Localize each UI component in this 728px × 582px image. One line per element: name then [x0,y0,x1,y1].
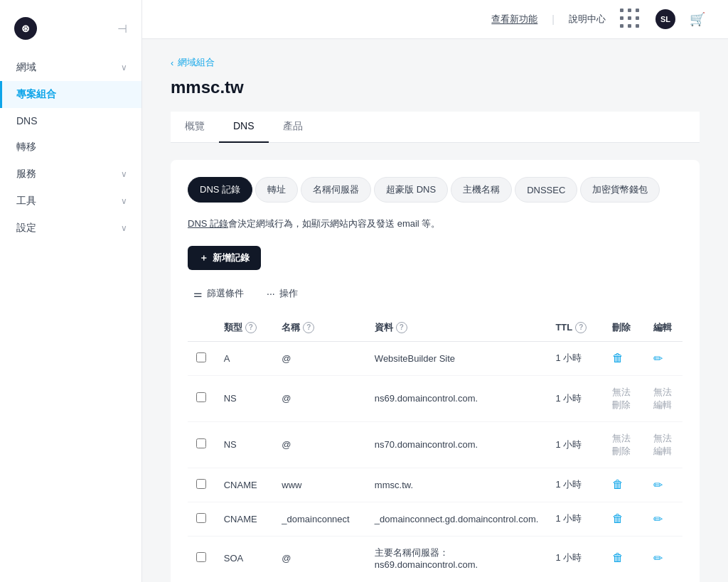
sidebar-item-label: DNS [16,115,38,126]
cell-delete: 無法刪除 [604,375,645,421]
table-row: SOA@主要名稱伺服器：ns69.domaincontrol.com.1 小時🗑… [188,536,682,580]
main-area: 查看新功能 | 說明中心 SL 🛒 ‹ 網域組合 mmsc.tw 概覽 DNS [142,0,728,582]
more-icon: ··· [267,288,275,299]
header: 查看新功能 | 說明中心 SL 🛒 [142,0,728,39]
cell-delete[interactable]: 🗑 [604,502,645,536]
subtab-crypto-wallet[interactable]: 加密貨幣錢包 [580,177,660,203]
row-checkbox[interactable] [196,479,206,489]
cell-data: ns69.domaincontrol.com. [366,375,547,421]
sidebar-item-label: 轉移 [16,141,36,153]
table-row: NS@ns70.domaincontrol.com.1 小時無法刪除無法編輯 [188,421,682,468]
sidebar-item-label: 工具 [16,195,36,208]
th-checkbox [188,314,215,342]
subtab-dnssec[interactable]: DNSSEC [515,177,577,203]
cart-icon[interactable]: 🛒 [690,11,705,27]
sidebar-item-transfer[interactable]: 轉移 [0,134,141,161]
no-edit-label: 無法編輯 [653,387,672,410]
cell-data: ns70.domaincontrol.com. [366,421,547,468]
row-checkbox[interactable] [196,513,206,523]
cell-type: CNAME [215,468,274,502]
tab-dns[interactable]: DNS [219,112,269,143]
subtab-nameservers[interactable]: 名稱伺服器 [301,177,371,203]
actions-button[interactable]: ··· 操作 [261,284,304,303]
cell-ttl: 1 小時 [547,536,604,580]
cell-name: @ [273,536,366,580]
new-features-link[interactable]: 查看新功能 [491,13,537,26]
sidebar-item-project[interactable]: 專案組合 [0,81,141,108]
cell-name: www [273,468,366,502]
sidebar-item-domain[interactable]: 網域 ∨ [0,54,141,81]
th-edit: 編輯 [645,314,682,342]
table-row: A@WebsiteBuilder Site1 小時🗑✏ [188,341,682,375]
delete-button[interactable]: 🗑 [612,551,623,564]
edit-button[interactable]: ✏ [653,352,663,365]
dns-panel: DNS 記錄 轉址 名稱伺服器 超豪版 DNS 主機名稱 DNSSEC 加密貨幣… [171,160,700,582]
sidebar-item-label: 網域 [16,61,36,74]
cell-edit[interactable]: ✏ [645,536,682,580]
subtab-redirect[interactable]: 轉址 [255,177,298,203]
add-record-button[interactable]: ＋ 新增記錄 [188,246,261,270]
dns-desc-text: DNS 記錄會決定網域行為，如顯示網站內容及發送 email 等。 [188,218,440,229]
subtab-dns-records[interactable]: DNS 記錄 [188,177,252,203]
row-checkbox[interactable] [196,352,206,362]
table-row: CNAMEwwwmmsc.tw.1 小時🗑✏ [188,468,682,502]
edit-button[interactable]: ✏ [653,478,663,492]
no-edit-label: 無法編輯 [653,433,672,456]
cell-ttl: 1 小時 [547,421,604,468]
tab-products[interactable]: 產品 [269,112,317,143]
sidebar-item-tools[interactable]: 工具 ∨ [0,188,141,215]
cell-delete[interactable]: 🗑 [604,341,645,375]
cell-type: SOA [215,536,274,580]
sidebar-item-services[interactable]: 服務 ∨ [0,161,141,188]
type-help-icon[interactable]: ? [245,322,257,333]
cell-edit: 無法編輯 [645,375,682,421]
cell-type: NS [215,421,274,468]
dns-records-link[interactable]: DNS 記錄 [188,218,228,229]
tab-overview[interactable]: 概覽 [171,112,219,143]
avatar[interactable]: SL [655,9,675,29]
row-checkbox[interactable] [196,552,206,562]
content-area: ‹ 網域組合 mmsc.tw 概覽 DNS 產品 DNS 記錄 轉址 名稱伺服器 [142,39,728,582]
cell-name: @ [273,421,366,468]
row-checkbox[interactable] [196,438,206,448]
apps-grid-icon[interactable] [620,9,641,30]
name-help-icon[interactable]: ? [303,322,314,333]
sidebar-item-label: 設定 [16,222,36,235]
collapse-sidebar-button[interactable]: ⊣ [117,22,127,36]
data-help-icon[interactable]: ? [396,322,407,333]
row-checkbox[interactable] [196,392,206,402]
breadcrumb-label: 網域組合 [178,56,215,69]
cell-delete[interactable]: 🗑 [604,468,645,502]
sidebar-item-settings[interactable]: 設定 ∨ [0,215,141,242]
help-center-link[interactable]: 說明中心 [569,13,606,26]
cell-edit[interactable]: ✏ [645,502,682,536]
cell-edit[interactable]: ✏ [645,341,682,375]
cell-name: _domainconnect [273,502,366,536]
cell-type: CNAME [215,502,274,536]
breadcrumb[interactable]: ‹ 網域組合 [171,56,700,69]
delete-button[interactable]: 🗑 [612,512,623,525]
cell-edit: 無法編輯 [645,421,682,468]
sidebar-item-label: 專案組合 [16,88,56,101]
cell-type: A [215,341,274,375]
filter-button[interactable]: ⚌ 篩選條件 [188,284,250,303]
cell-data: _domainconnect.gd.domaincontrol.com. [366,502,547,536]
cell-edit[interactable]: ✏ [645,468,682,502]
ttl-help-icon[interactable]: ? [575,322,587,333]
edit-button[interactable]: ✏ [653,512,663,526]
header-divider: | [552,14,555,25]
th-type: 類型 ? [215,314,274,342]
subtab-hostname[interactable]: 主機名稱 [451,177,512,203]
cell-data: 主要名稱伺服器：ns69.domaincontrol.com. [366,536,547,580]
chevron-down-icon: ∨ [121,196,127,206]
cell-delete[interactable]: 🗑 [604,536,645,580]
sidebar-item-dns[interactable]: DNS [0,108,141,134]
cell-name: @ [273,375,366,421]
delete-button[interactable]: 🗑 [612,352,623,365]
cell-type: NS [215,375,274,421]
delete-button[interactable]: 🗑 [612,478,623,491]
th-delete: 刪除 [604,314,645,342]
subtab-premium-dns[interactable]: 超豪版 DNS [374,177,448,203]
edit-button[interactable]: ✏ [653,551,663,565]
dns-records-table: 類型 ? 名稱 ? 資料 [188,314,682,580]
